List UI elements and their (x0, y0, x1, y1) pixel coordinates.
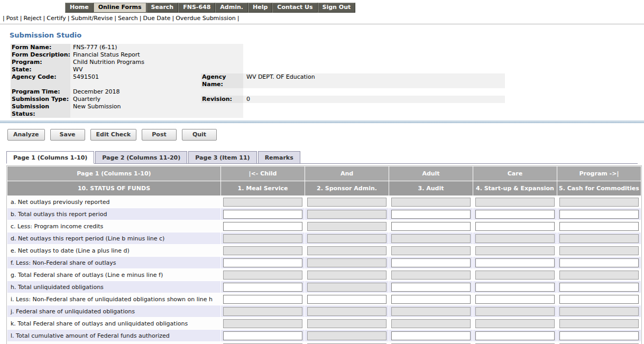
nav-button-contact-us[interactable]: Contact Us (272, 3, 317, 13)
grid-input (559, 271, 639, 280)
grid-cell (389, 233, 473, 244)
grid-input (307, 258, 387, 267)
grid-cell (389, 281, 473, 293)
tab-page-2-columns-11-20[interactable]: Page 2 (Columns 11-20) (95, 151, 187, 164)
grid-row: l. Total cumulative amount of Federal fu… (7, 330, 641, 341)
grid-header-cell: |<- Child (221, 166, 305, 181)
grid-cell (473, 269, 557, 281)
grid-input (475, 307, 555, 316)
grid-input (307, 271, 387, 280)
info-value: 5491501 (70, 73, 201, 88)
grid-input (223, 307, 302, 316)
grid-input (307, 307, 387, 316)
form-info-row: Submission Type:QuarterlyRevision:0 (11, 96, 505, 103)
menu-link-search[interactable]: Search (117, 15, 139, 22)
info-value: WV (70, 66, 201, 73)
tab-page-1-columns-1-10[interactable]: Page 1 (Columns 1-10) (6, 151, 94, 164)
grid-input[interactable] (559, 283, 639, 292)
nav-button-help[interactable]: Help (248, 3, 272, 13)
grid-input (307, 222, 387, 231)
grid-input[interactable] (223, 222, 302, 231)
grid-cell (305, 233, 389, 244)
form-info-row: Form Name:FNS-777 (6-11) (11, 44, 505, 51)
nav-button-search[interactable]: Search (146, 3, 179, 13)
row-label: a. Net outlays previously reported (7, 196, 220, 208)
menu-link-submit-revise[interactable]: Submit/Revise (71, 15, 114, 22)
nav-button-admin[interactable]: Admin. (215, 3, 248, 13)
grid-input[interactable] (559, 222, 639, 231)
menu-separator: | (236, 15, 241, 22)
grid-cell (221, 281, 305, 293)
grid-header-row-1: Page 1 (Columns 1-10)|<- ChildAndAdultCa… (7, 166, 641, 181)
menu-link-due-date[interactable]: Due Date (142, 15, 171, 22)
grid-cell (221, 220, 305, 232)
grid-cell (557, 208, 641, 220)
grid-input[interactable] (559, 210, 639, 219)
grid-input[interactable] (559, 331, 639, 340)
menu-link-reject[interactable]: Reject (23, 15, 42, 22)
grid-row: m. Unobligated balance of Federal funds (7, 342, 641, 344)
menu-separator: | (67, 15, 71, 22)
grid-input[interactable] (475, 222, 555, 231)
menu-link-overdue-submission[interactable]: Overdue Submission (175, 15, 236, 22)
grid-input[interactable] (475, 210, 555, 219)
post-button[interactable]: Post (142, 129, 177, 141)
grid-row: b. Total outlays this report period (7, 208, 641, 220)
grid-input[interactable] (391, 258, 471, 267)
grid-input[interactable] (559, 295, 639, 304)
menu-link-post[interactable]: Post (6, 15, 19, 22)
info-value: Child Nutrition Programs (70, 59, 201, 66)
grid-input[interactable] (223, 295, 302, 304)
grid-input[interactable] (391, 283, 471, 292)
info-label: Revision: (201, 96, 243, 103)
grid-input[interactable] (475, 258, 555, 267)
grid-input[interactable] (391, 210, 471, 219)
grid-cell (473, 220, 557, 232)
info-label: Program: (11, 59, 70, 66)
grid-input[interactable] (223, 283, 302, 292)
info-value: New Submission (70, 103, 201, 118)
grid-input[interactable] (223, 258, 302, 267)
row-label: i. Less: Non-Federal share of unliquidat… (7, 293, 220, 305)
grid-input[interactable] (475, 283, 555, 292)
grid-cell (305, 196, 389, 208)
analyze-button[interactable]: Analyze (7, 129, 45, 141)
grid-cell (389, 330, 473, 341)
info-value: Financial Status Report (70, 51, 201, 59)
grid-header-cell: Care (473, 166, 557, 181)
tab-remarks[interactable]: Remarks (258, 151, 300, 164)
nav-button-fns-648[interactable]: FNS-648 (178, 3, 215, 13)
nav-button-online-forms[interactable]: Online Forms (94, 3, 146, 13)
grid-input[interactable] (391, 295, 471, 304)
grid-header-cell: 10. STATUS OF FUNDS (7, 181, 220, 196)
grid-input[interactable] (223, 210, 302, 219)
grid-input[interactable] (559, 258, 639, 267)
grid-cell (305, 342, 389, 344)
grid-input (307, 331, 387, 340)
grid-input[interactable] (475, 331, 555, 340)
edit-check-button[interactable]: Edit Check (90, 129, 136, 141)
grid-input[interactable] (391, 331, 471, 340)
grid-header-cell: Page 1 (Columns 1-10) (7, 166, 220, 181)
quit-button[interactable]: Quit (182, 129, 217, 141)
grid-cell (221, 293, 305, 305)
row-label: c. Less: Program income credits (7, 220, 220, 232)
grid-input (223, 198, 302, 207)
info-value (243, 59, 505, 66)
nav-button-home[interactable]: Home (65, 3, 94, 13)
grid-cell (557, 257, 641, 268)
grid-cell (389, 305, 473, 317)
nav-button-sign-out[interactable]: Sign Out (318, 3, 356, 13)
grid-header-cell: 2. Sponsor Admin. (305, 181, 389, 196)
grid-input[interactable] (307, 295, 387, 304)
grid-input[interactable] (391, 222, 471, 231)
grid-cell (473, 342, 557, 344)
info-label (201, 44, 243, 51)
grid-input[interactable] (223, 331, 302, 340)
menu-link-certify[interactable]: Certify (46, 15, 67, 22)
info-value: WV DEPT. OF Education (243, 73, 505, 88)
grid-input[interactable] (475, 295, 555, 304)
grid-input (307, 210, 387, 219)
tab-page-3-item-11[interactable]: Page 3 (Item 11) (188, 151, 256, 164)
save-button[interactable]: Save (50, 129, 85, 141)
